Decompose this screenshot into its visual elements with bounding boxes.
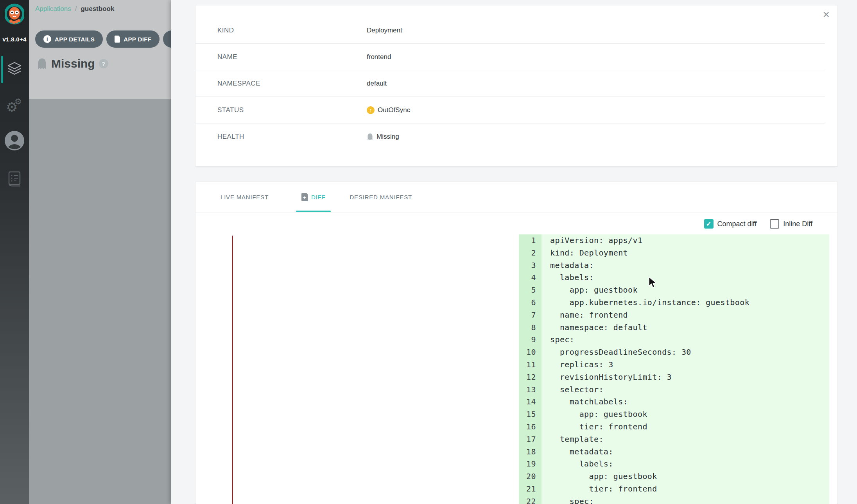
line-code: tier: frontend [541, 421, 829, 433]
diff-line: 22 spec: [519, 495, 829, 504]
diff-added-pane[interactable]: 1 apiVersion: apps/v1 2 kind: Deployment… [519, 234, 829, 504]
detail-row-status: STATUS ↑ OutOfSync [195, 97, 825, 123]
settings-gears-icon: ⚙ ⚙ [6, 98, 23, 115]
app-content-overlay [29, 99, 171, 504]
app-details-button[interactable]: i APP DETAILS [35, 30, 103, 48]
line-code: revisionHistoryLimit: 3 [541, 371, 829, 384]
app-details-label: APP DETAILS [55, 36, 95, 43]
app-health-text: Missing [51, 57, 95, 70]
line-number: 15 [519, 408, 541, 421]
detail-row-name: NAME frontend [195, 44, 825, 70]
diff-removed-side-marker [232, 236, 233, 504]
line-code: app.kubernetes.io/instance: guestbook [541, 297, 829, 309]
diff-options: ✓ Compact diff Inline Diff [704, 219, 812, 229]
help-question-icon[interactable]: ? [99, 59, 108, 68]
diff-line: 15 app: guestbook [519, 408, 829, 421]
diff-line: 7 name: frontend [519, 309, 829, 322]
diff-line: 11 replicas: 3 [519, 359, 829, 371]
tab-desired-manifest[interactable]: DESIRED MANIFEST [350, 182, 412, 213]
app-diff-button[interactable]: APP DIFF [106, 30, 160, 48]
compact-diff-checkbox[interactable]: ✓ [704, 219, 714, 229]
line-number: 21 [519, 483, 541, 495]
inline-diff-label: Inline Diff [783, 220, 812, 228]
dimmed-app-background: Applications / guestbook i APP DETAILS A… [29, 0, 171, 504]
line-code: progressDeadlineSeconds: 30 [541, 346, 829, 359]
manifest-card: LIVE MANIFEST DIFF DESIRED MANIFEST ✓ Co… [195, 182, 837, 504]
inline-diff-option[interactable]: Inline Diff [770, 219, 812, 229]
line-code: template: [541, 433, 829, 446]
out-of-sync-icon: ↑ [367, 106, 375, 114]
line-number: 5 [519, 284, 541, 297]
line-code: metadata: [541, 259, 829, 272]
sidebar-item-docs[interactable] [0, 171, 29, 187]
line-number: 8 [519, 322, 541, 334]
diff-line: 6 app.kubernetes.io/instance: guestbook [519, 297, 829, 309]
detail-value: Deployment [367, 27, 402, 34]
compact-diff-option[interactable]: ✓ Compact diff [704, 219, 757, 229]
line-number: 22 [519, 495, 541, 504]
app-toolbar-region [29, 0, 171, 99]
line-code: name: frontend [541, 309, 829, 322]
argocd-resource-diff-screen: v1.8.0+4 ⚙ ⚙ [0, 0, 857, 504]
info-icon: i [43, 35, 51, 43]
breadcrumb-current: guestbook [81, 5, 114, 13]
inline-diff-checkbox[interactable] [770, 219, 779, 229]
line-code: app: guestbook [541, 470, 829, 483]
tab-live-manifest[interactable]: LIVE MANIFEST [221, 182, 269, 213]
diff-line: 14 matchLabels: [519, 396, 829, 408]
line-code: matchLabels: [541, 396, 829, 408]
sidebar-item-settings[interactable]: ⚙ ⚙ [0, 98, 29, 115]
user-info-icon [4, 130, 25, 151]
app-diff-label: APP DIFF [124, 36, 151, 43]
health-text: Missing [377, 133, 399, 141]
diff-line: 13 selector: [519, 384, 829, 396]
version-label: v1.8.0+4 [0, 36, 29, 43]
ghost-icon [367, 133, 373, 141]
sidebar-item-applications[interactable] [0, 61, 29, 77]
line-number: 3 [519, 259, 541, 272]
detail-value: default [367, 80, 387, 88]
compact-diff-label: Compact diff [717, 220, 757, 228]
diff-file-icon [301, 193, 308, 201]
breadcrumb-separator: / [75, 5, 77, 13]
line-code: apiVersion: apps/v1 [541, 234, 829, 247]
breadcrumb: Applications / guestbook [35, 5, 114, 13]
line-code: kind: Deployment [541, 247, 829, 259]
detail-label: HEALTH [217, 133, 367, 141]
diff-line: 12 revisionHistoryLimit: 3 [519, 371, 829, 384]
resource-details-card: × KIND Deployment NAME frontend NAMESPAC… [195, 5, 837, 166]
diff-line: 8 namespace: default [519, 322, 829, 334]
line-code: spec: [541, 495, 829, 504]
line-number: 10 [519, 346, 541, 359]
file-icon [115, 36, 120, 43]
sidebar-item-user[interactable] [0, 130, 29, 151]
line-code: app: guestbook [541, 284, 829, 297]
detail-row-namespace: NAMESPACE default [195, 70, 825, 97]
breadcrumb-applications-link[interactable]: Applications [35, 5, 71, 13]
line-number: 19 [519, 458, 541, 470]
line-code: selector: [541, 384, 829, 396]
close-icon[interactable]: × [823, 9, 830, 20]
detail-label: NAMESPACE [217, 80, 367, 88]
line-number: 14 [519, 396, 541, 408]
line-number: 17 [519, 433, 541, 446]
line-number: 16 [519, 421, 541, 433]
tab-diff[interactable]: DIFF [301, 182, 326, 213]
documentation-icon [7, 171, 22, 187]
sync-status-button[interactable] [163, 30, 171, 48]
tab-diff-label: DIFF [311, 194, 326, 200]
detail-row-kind: KIND Deployment [195, 17, 825, 44]
line-number: 6 [519, 297, 541, 309]
line-number: 2 [519, 247, 541, 259]
detail-label: NAME [217, 53, 367, 61]
detail-value: Missing [367, 133, 399, 141]
line-number: 20 [519, 470, 541, 483]
line-number: 1 [519, 234, 541, 247]
line-number: 12 [519, 371, 541, 384]
diff-line: 18 metadata: [519, 446, 829, 458]
detail-value: ↑ OutOfSync [367, 106, 410, 114]
applications-layers-icon [7, 61, 22, 77]
diff-line: 19 labels: [519, 458, 829, 470]
diff-line: 16 tier: frontend [519, 421, 829, 433]
line-number: 18 [519, 446, 541, 458]
